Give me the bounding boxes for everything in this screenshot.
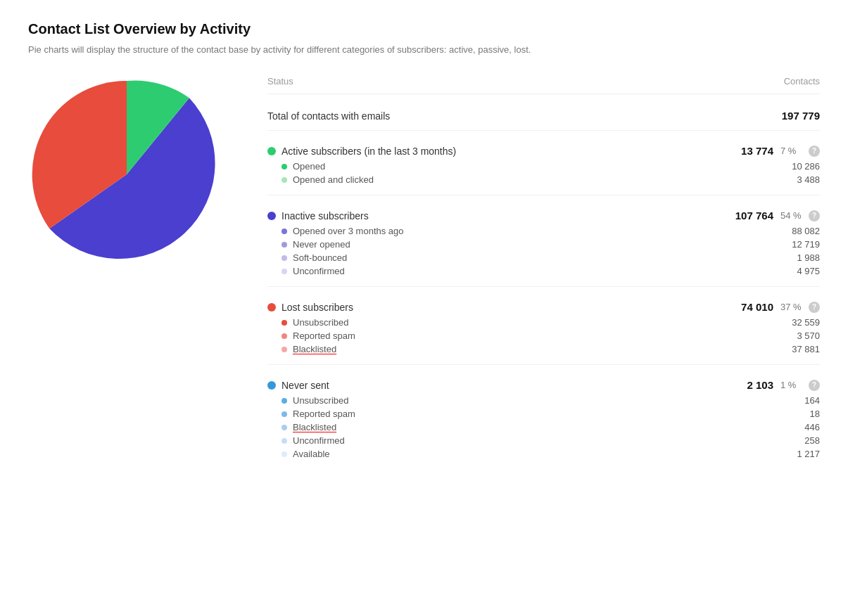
category-dot-active xyxy=(267,147,276,155)
sub-text-never_sent-1: Reported spam xyxy=(293,409,355,419)
category-main-label-never_sent: Never sent xyxy=(281,380,329,391)
help-icon-inactive[interactable]: ? xyxy=(809,210,820,222)
sub-label-active-1: Opened and clicked xyxy=(281,174,374,185)
category-dot-lost xyxy=(267,303,276,312)
category-right-inactive: 107 76454 %? xyxy=(731,210,820,222)
sub-text-never_sent-0: Unsubscribed xyxy=(293,395,349,406)
sub-value-lost-0: 32 559 xyxy=(778,317,820,328)
sub-text-inactive-0: Opened over 3 months ago xyxy=(293,226,404,236)
category-label-wrap-active: Active subscribers (in the last 3 months… xyxy=(267,146,456,157)
category-label-wrap-never_sent: Never sent xyxy=(267,380,329,391)
col-contacts-header: Contacts xyxy=(735,76,820,86)
sub-label-lost-0: Unsubscribed xyxy=(281,317,349,328)
category-main-label-inactive: Inactive subscribers xyxy=(281,210,369,222)
sub-label-lost-1: Reported spam xyxy=(281,331,355,341)
sub-text-lost-0: Unsubscribed xyxy=(293,317,349,328)
category-section-never_sent: Never sent2 1031 %?Unsubscribed164Report… xyxy=(267,376,820,461)
category-row-inactive: Inactive subscribers107 76454 %? xyxy=(267,207,820,224)
sub-row-active-1: Opened and clicked3 488 xyxy=(267,173,820,186)
col-status-header: Status xyxy=(267,76,293,86)
table-header: Status Contacts xyxy=(267,76,820,94)
category-row-never_sent: Never sent2 1031 %? xyxy=(267,376,820,394)
total-value: 197 779 xyxy=(782,110,820,122)
total-row: Total of contacts with emails 197 779 xyxy=(267,101,820,131)
page-subtitle: Pie charts will display the structure of… xyxy=(28,44,820,55)
pie-chart xyxy=(28,76,225,273)
sub-value-lost-2: 37 881 xyxy=(778,344,820,354)
sub-text-inactive-3: Unconfirmed xyxy=(293,266,345,276)
sub-text-inactive-2: Soft-bounced xyxy=(293,252,347,263)
table-container: Status Contacts Total of contacts with e… xyxy=(267,76,820,472)
page-title: Contact List Overview by Activity xyxy=(28,21,820,37)
total-label: Total of contacts with emails xyxy=(267,110,390,122)
sub-value-inactive-0: 88 082 xyxy=(778,226,820,236)
category-label-wrap-inactive: Inactive subscribers xyxy=(267,210,369,222)
sub-label-never_sent-3: Unconfirmed xyxy=(281,435,345,446)
sub-row-lost-2: Blacklisted37 881 xyxy=(267,342,820,356)
sub-dot-active-1 xyxy=(281,177,287,183)
category-section-inactive: Inactive subscribers107 76454 %?Opened o… xyxy=(267,207,820,287)
category-main-label-active: Active subscribers (in the last 3 months… xyxy=(281,146,456,157)
main-content: Status Contacts Total of contacts with e… xyxy=(28,76,820,472)
sub-dot-never_sent-3 xyxy=(281,438,287,444)
category-section-active: Active subscribers (in the last 3 months… xyxy=(267,142,820,195)
help-icon-lost[interactable]: ? xyxy=(809,302,820,313)
sub-value-lost-1: 3 570 xyxy=(778,331,820,341)
sub-row-lost-0: Unsubscribed32 559 xyxy=(267,316,820,329)
sub-value-never_sent-0: 164 xyxy=(778,395,820,406)
sub-label-inactive-3: Unconfirmed xyxy=(281,266,345,276)
sub-dot-lost-0 xyxy=(281,320,287,326)
sub-text-inactive-1: Never opened xyxy=(293,239,350,250)
sub-text-never_sent-4: Available xyxy=(293,449,330,459)
category-label-wrap-lost: Lost subscribers xyxy=(267,302,353,313)
category-right-lost: 74 01037 %? xyxy=(731,301,820,313)
sub-dot-inactive-3 xyxy=(281,269,287,274)
sub-text-active-0: Opened xyxy=(293,161,325,172)
sub-value-active-1: 3 488 xyxy=(778,174,820,185)
section-divider-2 xyxy=(267,364,820,365)
sub-row-inactive-3: Unconfirmed4 975 xyxy=(267,264,820,278)
sub-value-never_sent-1: 18 xyxy=(778,409,820,419)
sub-label-never_sent-0: Unsubscribed xyxy=(281,395,349,406)
sub-text-lost-1: Reported spam xyxy=(293,331,355,341)
sub-row-active-0: Opened10 286 xyxy=(267,160,820,173)
help-icon-active[interactable]: ? xyxy=(809,146,820,157)
sub-row-never_sent-3: Unconfirmed258 xyxy=(267,434,820,447)
sub-label-never_sent-4: Available xyxy=(281,449,330,459)
sub-dot-inactive-0 xyxy=(281,229,287,234)
sub-dot-never_sent-2 xyxy=(281,425,287,430)
sub-value-never_sent-2: 446 xyxy=(778,422,820,432)
sub-dot-never_sent-4 xyxy=(281,451,287,457)
sub-label-never_sent-2: Blacklisted xyxy=(281,422,336,432)
section-divider-1 xyxy=(267,286,820,287)
category-row-lost: Lost subscribers74 01037 %? xyxy=(267,298,820,316)
category-value-never_sent: 2 103 xyxy=(731,379,773,391)
sub-dot-lost-2 xyxy=(281,347,287,352)
category-dot-inactive xyxy=(267,212,276,220)
category-pct-never_sent: 1 % xyxy=(780,380,802,390)
sub-dot-never_sent-0 xyxy=(281,398,287,404)
sub-row-never_sent-4: Available1 217 xyxy=(267,447,820,461)
sub-text-lost-2: Blacklisted xyxy=(293,344,336,354)
sub-row-never_sent-1: Reported spam18 xyxy=(267,407,820,421)
sub-row-inactive-0: Opened over 3 months ago88 082 xyxy=(267,224,820,238)
sub-label-inactive-1: Never opened xyxy=(281,239,350,250)
sub-dot-lost-1 xyxy=(281,333,287,339)
sub-row-never_sent-0: Unsubscribed164 xyxy=(267,394,820,407)
sub-value-inactive-1: 12 719 xyxy=(778,239,820,250)
sub-row-never_sent-2: Blacklisted446 xyxy=(267,421,820,434)
categories-container: Active subscribers (in the last 3 months… xyxy=(267,142,820,461)
category-main-label-lost: Lost subscribers xyxy=(281,302,353,313)
pie-chart-container xyxy=(28,76,225,273)
sub-value-never_sent-3: 258 xyxy=(778,435,820,446)
sub-value-active-0: 10 286 xyxy=(778,161,820,172)
help-icon-never_sent[interactable]: ? xyxy=(809,380,820,391)
sub-row-inactive-1: Never opened12 719 xyxy=(267,238,820,251)
category-right-never_sent: 2 1031 %? xyxy=(731,379,820,391)
sub-label-inactive-0: Opened over 3 months ago xyxy=(281,226,404,236)
sub-dot-never_sent-1 xyxy=(281,411,287,417)
category-pct-inactive: 54 % xyxy=(780,210,802,221)
sub-label-lost-2: Blacklisted xyxy=(281,344,336,354)
sub-value-inactive-3: 4 975 xyxy=(778,266,820,276)
category-pct-lost: 37 % xyxy=(780,302,802,312)
